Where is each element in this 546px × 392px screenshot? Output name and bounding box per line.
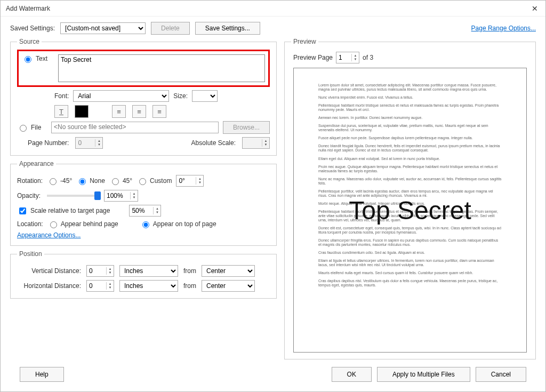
absolute-scale-input: ▲▼ xyxy=(242,137,270,149)
titlebar: Add Watermark ✕ xyxy=(1,1,545,17)
preview-text: Mauris eleifend nulla eget mauris. Sed c… xyxy=(318,271,502,275)
close-icon[interactable]: ✕ xyxy=(529,4,540,13)
align-center-icon[interactable]: ≡ xyxy=(132,105,146,118)
from-label: from xyxy=(183,267,196,275)
from-label2: from xyxy=(183,282,196,290)
font-label: Font: xyxy=(54,92,69,100)
preview-text: Proin nec augue. Quisque aliquam tempor … xyxy=(318,165,502,173)
hdist-from[interactable]: Center xyxy=(202,280,255,292)
align-right-icon[interactable]: ≡ xyxy=(152,105,166,118)
location-behind[interactable]: Appear behind page xyxy=(47,220,118,228)
help-button[interactable]: Help xyxy=(20,367,64,382)
preview-text: Nunc viverra imperdiet enim. Fusce est. … xyxy=(318,95,502,100)
saved-settings-label: Saved Settings: xyxy=(10,25,55,32)
align-left-icon[interactable]: ≡ xyxy=(112,105,126,118)
preview-text: Donec blandit feugiat ligula. Donec hend… xyxy=(318,144,502,153)
watermark-text-input[interactable]: Top Secret xyxy=(58,54,265,82)
browse-button[interactable]: Browse... xyxy=(223,121,270,134)
preview-page-label: Preview Page xyxy=(293,54,333,61)
saved-settings-select[interactable]: [Custom-not saved] xyxy=(60,22,146,34)
preview-group: Preview Preview Page ▲▼ of 3 Top Secret … xyxy=(284,38,536,359)
preview-page-total: of 3 xyxy=(363,54,373,61)
rotation-45[interactable]: 45° xyxy=(109,177,132,185)
appearance-options-link[interactable]: Appearance Options... xyxy=(17,231,81,239)
delete-button[interactable]: Delete xyxy=(151,22,190,35)
cancel-button[interactable]: Cancel xyxy=(476,367,526,382)
preview-text: Etiam eget dui. Aliquam erat volutpat. S… xyxy=(318,157,502,161)
preview-text: Lorem ipsum dolor sit amet, consectetuer… xyxy=(318,83,502,92)
underline-icon[interactable]: T xyxy=(54,105,68,118)
preview-text: Fusce aliquet pede non pede. Suspendisse… xyxy=(318,136,502,140)
rotation-value-input[interactable]: ▲▼ xyxy=(176,175,204,187)
preview-text: Pellentesque habitant morbi tristique se… xyxy=(318,103,502,112)
window-title: Add Watermark xyxy=(6,5,50,12)
rotation-custom[interactable]: Custom xyxy=(136,177,172,185)
text-highlight-box: Text Top Secret xyxy=(17,50,270,87)
preview-page-input[interactable]: ▲▼ xyxy=(336,52,359,63)
vdist-from[interactable]: Center xyxy=(202,265,255,277)
preview-text: Suspendisse dui purus, scelerisque at, v… xyxy=(318,124,502,132)
preview-text: Pellentesque habitant morbi tristique se… xyxy=(318,210,502,222)
preview-text: Nunc ac magna. Maecenas odio dolor, vulp… xyxy=(318,177,502,186)
source-legend: Source xyxy=(17,38,42,45)
hdist-label: Horizontal Distance: xyxy=(17,282,81,290)
vdist-unit[interactable]: Inches xyxy=(119,265,178,277)
preview-text: Etiam at ligula et tellus ullamcorper ul… xyxy=(318,259,502,267)
opacity-input[interactable]: ▲▼ xyxy=(104,190,138,202)
rotation-none[interactable]: None xyxy=(76,177,105,185)
absolute-scale-label: Absolute Scale: xyxy=(191,139,236,147)
preview-text: Cras dapibus dapibus nisl. Vestibulum qu… xyxy=(318,279,502,287)
color-swatch[interactable] xyxy=(75,105,89,118)
file-radio[interactable]: File xyxy=(17,123,47,132)
rotation-label: Rotation: xyxy=(17,177,43,185)
location-top[interactable]: Appear on top of page xyxy=(140,220,216,228)
text-radio[interactable]: Text xyxy=(22,54,52,63)
preview-page: Top Secret Lorem ipsum dolor sit amet, c… xyxy=(293,68,527,353)
vdist-label: Vertical Distance: xyxy=(17,267,81,275)
size-select[interactable] xyxy=(192,90,218,102)
preview-legend: Preview xyxy=(291,38,318,45)
save-settings-button[interactable]: Save Settings... xyxy=(195,22,260,35)
page-number-input: ▲▼ xyxy=(75,137,103,149)
scale-checkbox[interactable]: Scale relative to target page xyxy=(17,206,110,216)
rotation-neg45[interactable]: -45° xyxy=(47,177,72,185)
page-range-link[interactable]: Page Range Options... xyxy=(471,25,536,32)
opacity-slider[interactable] xyxy=(47,195,98,197)
top-row: Saved Settings: [Custom-not saved] Delet… xyxy=(10,22,536,35)
position-group: Position Vertical Distance: ▲▼ Inches fr… xyxy=(10,250,277,299)
opacity-label: Opacity: xyxy=(17,192,41,199)
apply-multiple-button[interactable]: Apply to Multiple Files xyxy=(377,367,470,382)
hdist-unit[interactable]: Inches xyxy=(119,280,178,292)
scale-input[interactable]: ▲▼ xyxy=(129,205,161,217)
file-field[interactable]: <No source file selected> xyxy=(51,122,219,133)
preview-text: Donec ullamcorper fringilla eros. Fusce … xyxy=(318,238,502,247)
page-number-label: Page Number: xyxy=(28,139,69,147)
preview-text: Cras faucibus condimentum odio. Sed ac l… xyxy=(318,251,502,255)
hdist-input[interactable]: ▲▼ xyxy=(86,280,114,292)
position-legend: Position xyxy=(17,250,44,258)
appearance-group: Appearance Rotation: -45° None 45° Custo… xyxy=(10,160,277,246)
preview-text: Pellentesque porttitor, velit lacinia eg… xyxy=(318,189,502,198)
preview-text: Aenean nec lorem. In porttitor. Donec la… xyxy=(318,116,502,120)
size-label: Size: xyxy=(173,92,188,100)
appearance-legend: Appearance xyxy=(17,160,56,167)
location-label: Location: xyxy=(17,220,43,228)
preview-text: Donec elit est, consectetuer eget, conse… xyxy=(318,226,502,235)
vdist-input[interactable]: ▲▼ xyxy=(86,265,114,277)
preview-text: Morbi neque. Aliquam erat volutpat. Inte… xyxy=(318,202,502,206)
add-watermark-dialog: Add Watermark ✕ Saved Settings: [Custom-… xyxy=(0,0,546,392)
source-group: Source Text Top Secret Font: Arial Size: xyxy=(10,38,277,156)
ok-button[interactable]: OK xyxy=(332,367,372,382)
font-select[interactable]: Arial xyxy=(73,90,169,102)
